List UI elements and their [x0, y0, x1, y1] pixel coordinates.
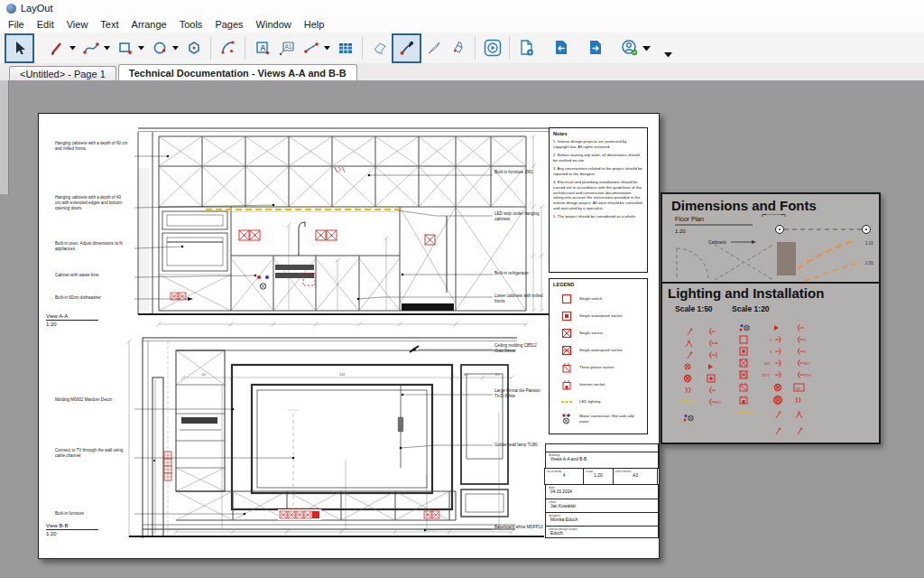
legend-item: Single waterproof socket	[553, 307, 643, 324]
label-icon: A1	[278, 39, 296, 57]
select-tool-button[interactable]	[5, 33, 34, 63]
menu-window[interactable]: Window	[250, 18, 298, 31]
note-item: 5. The project should be considered as a…	[553, 214, 643, 219]
side-tray	[0, 80, 9, 194]
notes-box: Notes 1. Interior design projects are pr…	[549, 127, 648, 273]
led-lighting-icon	[561, 396, 572, 407]
int-label: INT	[764, 361, 771, 366]
circle-tool-button[interactable]	[147, 36, 171, 61]
annotation-label: Built-in refrigerator	[494, 271, 546, 276]
three-phase-socket-icon	[561, 362, 572, 373]
arc-scale-1: 1:20	[865, 241, 873, 246]
spline-icon	[82, 39, 100, 57]
scale-120-label: Scale 1:20	[732, 304, 770, 313]
annotation-label: Built-in oven. Adjust dimensions to fit …	[55, 241, 133, 252]
note-item: 3. Any uncertainties related to the proj…	[553, 166, 643, 176]
titleblock-designer-value: Monika Educh	[549, 517, 655, 522]
table-tool-button[interactable]	[333, 36, 357, 61]
two-gang-label: 2	[804, 338, 807, 342]
pencil-dropdown-caret[interactable]	[69, 44, 77, 51]
dim-243: 243	[339, 372, 346, 377]
rectangle-tool-button[interactable]	[113, 36, 137, 61]
internet-socket-icon	[561, 379, 572, 390]
circle-dropdown-caret[interactable]	[171, 44, 180, 51]
rtv-label: RTV	[804, 373, 811, 378]
polygon-tool-button[interactable]	[181, 36, 206, 61]
legend-item: Three-phase socket	[553, 359, 643, 376]
next-page-icon	[586, 38, 605, 58]
document-canvas[interactable]: 60 243 85 25 Hanging cabinets with a dep…	[0, 80, 924, 578]
menu-file[interactable]: File	[2, 18, 31, 31]
presentation-button[interactable]	[480, 36, 504, 61]
view-a-title: View A-A1:20	[46, 313, 98, 327]
titlebar: LayOut	[0, 0, 924, 16]
titleblock-scale-value: 1:20	[586, 473, 611, 478]
previous-page-icon	[551, 38, 571, 58]
annotation-label: Hanging cabinets with a depth of 60 cm a…	[55, 141, 133, 152]
menu-view[interactable]: View	[60, 18, 95, 31]
annotation-label: Baseboard white MDFP13	[494, 525, 546, 530]
account-button[interactable]	[617, 36, 642, 61]
tab-untitled-page1[interactable]: <Untitled> - Page 1	[9, 66, 116, 80]
menu-pages[interactable]: Pages	[208, 18, 249, 31]
menubar: File Edit View Text Arrange Tools Pages …	[0, 16, 924, 33]
eraser-tool-button[interactable]	[367, 36, 392, 61]
new-document-button[interactable]	[514, 36, 539, 61]
svg-text:A: A	[260, 43, 266, 52]
panel-title: Dimensions and Fonts	[671, 198, 817, 213]
notes-title: Notes	[553, 131, 643, 136]
eyedropper-icon	[398, 39, 416, 57]
view-b-title: View B-B1:20	[46, 523, 98, 536]
spline-tool-button[interactable]	[79, 36, 103, 61]
dimensions-sample-graphics: Floor Plan 1:20 50 Cabinets 1:20 1:50	[662, 214, 879, 282]
text-tool-button[interactable]: A	[250, 36, 274, 61]
annotation-label: Hanging cabinets with a depth of 40 cm,w…	[55, 195, 133, 211]
annotation-label: Golden wall lamp TU80	[494, 443, 546, 448]
titleblock-client-value: Jan Kowalski	[549, 504, 655, 508]
label-tool-button[interactable]: A1	[274, 36, 299, 61]
water-connection-icon	[561, 414, 572, 424]
next-page-button[interactable]	[583, 36, 607, 61]
menu-text[interactable]: Text	[94, 18, 125, 31]
dim-85: 85	[464, 372, 468, 377]
arc-scale-2: 1:50	[865, 261, 873, 266]
menu-tools[interactable]: Tools	[173, 18, 209, 31]
arc-icon	[219, 39, 237, 57]
arc-tool-button[interactable]	[216, 36, 240, 61]
titleblock-drawing-value: Views A-A and B-B	[549, 457, 655, 461]
account-icon	[619, 37, 641, 59]
menu-arrange[interactable]: Arrange	[125, 18, 173, 31]
rectangle-dropdown-caret[interactable]	[137, 44, 145, 51]
annotation-label: Lower cabinets with milled fronts	[494, 294, 546, 304]
annotation-label: LED strip under hanging cabinets	[494, 211, 546, 222]
dimensions-and-fonts-panel[interactable]: Dimensions and Fonts Floor Plan 1:20 50 …	[661, 192, 881, 444]
select-arrow-icon	[11, 39, 29, 57]
menu-edit[interactable]: Edit	[31, 18, 60, 31]
single-socket-icon	[561, 328, 572, 339]
previous-page-button[interactable]	[549, 36, 573, 61]
int-label: INT	[804, 361, 810, 366]
scale-150-label: Scale 1:50	[675, 304, 713, 313]
eyedropper-tool-button[interactable]	[392, 33, 421, 63]
menu-help[interactable]: Help	[298, 18, 331, 31]
toolbar-overflow-caret[interactable]	[663, 51, 673, 59]
legend-box: LEGEND Single switch Single waterproof s…	[549, 278, 648, 434]
window-title: LayOut	[21, 3, 52, 14]
titleblock-format-value: A3	[615, 473, 655, 478]
glue-tool-button[interactable]	[446, 36, 470, 61]
spline-dropdown-caret[interactable]	[103, 44, 111, 51]
dimension-dropdown-caret[interactable]	[323, 44, 331, 51]
annotation-label: Connect to TV through the wall using cab…	[55, 448, 133, 459]
titleblock-studio-value: Educh	[549, 531, 655, 536]
scalpel-tool-button[interactable]	[421, 36, 446, 61]
account-dropdown-caret[interactable]	[642, 44, 651, 52]
dimension-tool-button[interactable]	[299, 36, 323, 61]
layout-app-window: LayOut File Edit View Text Arrange Tools…	[0, 0, 924, 578]
svg-text:A1: A1	[284, 43, 291, 50]
annotation-label: Built-in 60cm dishwasher	[55, 295, 133, 301]
legend-item: Single socket	[553, 324, 643, 341]
pencil-tool-button[interactable]	[44, 36, 69, 61]
glue-icon	[449, 39, 467, 57]
title-block: drawing: Views A-A and B-B no of draw: 4…	[545, 444, 659, 538]
tab-technical-documentation[interactable]: Technical Documentation - Views A-A and …	[118, 64, 357, 80]
